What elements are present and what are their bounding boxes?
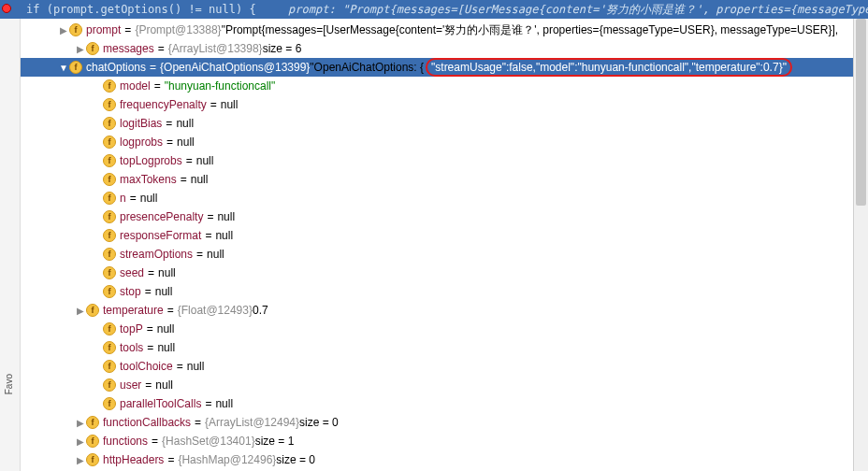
tree-row-streamOptions[interactable]: fstreamOptions = null [21, 245, 853, 264]
field-name: seed [120, 266, 144, 279]
tree-row-logitBias[interactable]: flogitBias = null [21, 114, 853, 133]
value-text: 0.7 [253, 304, 268, 317]
equals-sign: = [164, 453, 178, 466]
equals-sign: = [177, 173, 191, 186]
left-gutter: Favo [0, 19, 21, 471]
tree-row-topP[interactable]: ftopP = null [21, 320, 853, 338]
tree-row-temperature[interactable]: ▶ftemperature = {Float@12493} 0.7 [21, 301, 853, 320]
tree-row-stop[interactable]: fstop = null [21, 282, 853, 301]
field-name: model [120, 79, 151, 93]
tree-row-topLogprobs[interactable]: ftopLogprobs = null [21, 151, 853, 170]
equals-sign: = [201, 397, 215, 410]
tree-row-n[interactable]: fn = null [21, 189, 853, 207]
tree-row-httpHeaders[interactable]: ▶fhttpHeaders = {HashMap@12496} size = 0 [21, 450, 853, 469]
field-icon: f [103, 229, 116, 242]
equals-sign: = [173, 360, 187, 373]
equals-sign: = [143, 341, 157, 354]
null-value: null [215, 397, 233, 410]
tree-row-functionCallbacks[interactable]: ▶ffunctionCallbacks = {ArrayList@12494} … [21, 413, 853, 432]
object-ref: {Float@12493} [178, 304, 253, 317]
field-name: messages [103, 42, 154, 55]
tree-row-frequencyPenalty[interactable]: ffrequencyPenalty = null [21, 95, 853, 114]
null-value: null [177, 136, 195, 149]
equals-sign: = [201, 229, 215, 242]
null-value: null [176, 117, 194, 130]
breakpoint-icon[interactable] [2, 4, 11, 13]
tree-row-logprobs[interactable]: flogprobs = null [21, 133, 853, 151]
null-value: null [191, 173, 209, 186]
expand-icon[interactable]: ▶ [75, 418, 86, 428]
object-ref: {ArrayList@12494} [205, 416, 299, 429]
field-name: user [120, 378, 141, 392]
field-icon: f [103, 98, 116, 111]
expand-icon[interactable]: ▶ [75, 44, 86, 54]
expand-icon[interactable]: ▶ [58, 25, 69, 36]
equals-sign: = [207, 98, 221, 111]
field-name: logitBias [120, 117, 162, 130]
editor-line: if (prompt.getOptions() != null) { promp… [0, 0, 868, 19]
tree-row-model[interactable]: fmodel = "hunyuan-functioncall" [21, 77, 853, 95]
null-value: null [140, 192, 158, 205]
field-icon: f [103, 248, 116, 261]
null-value: null [187, 360, 205, 373]
null-value: null [215, 229, 233, 242]
field-icon: f [103, 322, 116, 335]
object-ref: {HashSet@13401} [162, 435, 255, 448]
tree-row-maxTokens[interactable]: fmaxTokens = null [21, 170, 853, 189]
null-value: null [155, 378, 173, 392]
tree-row-prompt[interactable]: ▶fprompt = {Prompt@13388} "Prompt{messag… [21, 21, 853, 39]
tree-row-user[interactable]: fuser = null [21, 376, 853, 394]
equals-sign: = [141, 378, 155, 392]
tree-row-toolChoice[interactable]: ftoolChoice = null [21, 357, 853, 376]
field-icon: f [86, 435, 99, 448]
variables-tree[interactable]: ▶fprompt = {Prompt@13388} "Prompt{messag… [21, 19, 853, 469]
equals-sign: = [203, 210, 217, 223]
equals-sign: = [141, 285, 155, 298]
value-text: "Prompt{messages=[UserMessage{content='努… [222, 22, 838, 38]
tree-row-functions[interactable]: ▶ffunctions = {HashSet@13401} size = 1 [21, 432, 853, 450]
tree-row-parallelToolCalls[interactable]: fparallelToolCalls = null [21, 394, 853, 413]
equals-sign: = [163, 136, 177, 149]
expand-icon[interactable]: ▶ [75, 306, 86, 316]
equals-sign: = [193, 248, 207, 261]
object-ref: {ArrayList@13398} [168, 42, 263, 55]
field-icon: f [103, 341, 116, 354]
field-icon: f [69, 61, 82, 74]
object-ref: {OpenAiChatOptions@13399} [160, 61, 310, 74]
left-strip-label: Favo [4, 374, 14, 394]
string-value: "hunyuan-functioncall" [165, 79, 276, 93]
expand-icon[interactable]: ▶ [75, 436, 86, 447]
field-name: maxTokens [120, 173, 177, 186]
equals-sign: = [191, 416, 205, 429]
equals-sign: = [182, 154, 196, 167]
tree-row-tools[interactable]: ftools = null [21, 338, 853, 357]
size-value: size = 0 [299, 416, 339, 429]
tree-row-presencePenalty[interactable]: fpresencePenalty = null [21, 207, 853, 226]
field-name: stop [120, 285, 141, 298]
field-icon: f [103, 192, 116, 205]
expand-icon[interactable]: ▶ [75, 455, 86, 465]
vertical-scrollbar[interactable] [853, 19, 868, 471]
tree-row-seed[interactable]: fseed = null [21, 264, 853, 282]
field-icon: f [103, 266, 116, 279]
null-value: null [217, 210, 235, 223]
equals-sign: = [164, 304, 178, 317]
tree-row-chatOptions[interactable]: ▼fchatOptions = {OpenAiChatOptions@13399… [21, 58, 853, 77]
null-value: null [155, 285, 173, 298]
null-value: null [196, 154, 214, 167]
field-icon: f [69, 23, 82, 36]
tree-row-messages[interactable]: ▶fmessages = {ArrayList@13398} size = 6 [21, 39, 853, 58]
inlay-value: "Prompt{messages=[UserMessage{content='努… [342, 3, 868, 16]
size-value: size = 0 [276, 453, 315, 466]
field-icon: f [103, 210, 116, 223]
field-name: httpHeaders [103, 453, 164, 466]
field-name: toolChoice [120, 360, 173, 373]
field-name: chatOptions [86, 61, 146, 74]
tree-row-responseFormat[interactable]: fresponseFormat = null [21, 226, 853, 245]
field-icon: f [86, 453, 99, 466]
collapse-icon[interactable]: ▼ [58, 63, 69, 73]
null-value: null [221, 98, 239, 111]
scrollbar-thumb[interactable] [856, 19, 866, 206]
object-ref: {Prompt@13388} [135, 23, 221, 36]
code-text: if (prompt.getOptions() != null) { [26, 3, 256, 16]
